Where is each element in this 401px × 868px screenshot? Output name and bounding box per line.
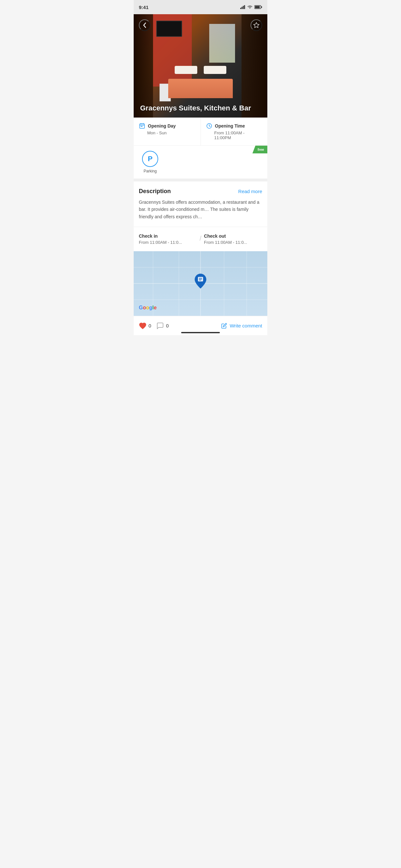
opening-time-header: Opening Time <box>206 123 263 129</box>
checkout-label: Check out <box>204 234 262 239</box>
opening-day-value: Mon - Sun <box>139 130 195 135</box>
back-button[interactable] <box>139 20 150 31</box>
parking-icon: P <box>142 151 158 167</box>
comment-icon <box>156 322 164 330</box>
battery-icon <box>254 5 262 9</box>
map-section[interactable]: Google <box>134 251 267 316</box>
opening-time-cell: Opening Time From 11:00AM - 11:00PM <box>201 118 268 145</box>
calendar-icon <box>139 123 145 129</box>
status-icons <box>240 5 262 9</box>
description-header: Description Read more <box>139 188 262 195</box>
svg-rect-13 <box>142 126 143 127</box>
star-icon <box>253 22 259 28</box>
room-bed <box>168 72 233 98</box>
bottom-bar: 0 0 Write comment <box>134 316 267 335</box>
svg-rect-7 <box>255 6 260 8</box>
bottom-actions-left: 0 0 <box>139 322 221 330</box>
svg-rect-3 <box>244 5 245 9</box>
svg-rect-1 <box>242 7 243 9</box>
description-body: Gracennys Suites offers accommodation, a… <box>139 198 262 220</box>
checkout-value: From 11:00AM - 11:0... <box>204 240 262 245</box>
opening-day-label: Opening Day <box>148 123 176 128</box>
svg-rect-2 <box>243 6 244 9</box>
checkout-col: Check out From 11:00AM - 11:0... <box>204 234 262 245</box>
info-section: Opening Day Mon - Sun Opening Time From … <box>134 118 267 179</box>
section-divider-1 <box>134 179 267 182</box>
opening-time-value: From 11:00AM - 11:00PM <box>206 130 263 140</box>
opening-row: Opening Day Mon - Sun Opening Time From … <box>134 118 267 146</box>
google-letter-g2: g <box>149 305 152 310</box>
status-time: 9:41 <box>139 4 149 10</box>
free-badge: free <box>252 146 267 153</box>
signal-icon <box>240 5 245 9</box>
clock-icon <box>206 123 212 129</box>
google-logo: Google <box>139 305 157 311</box>
write-comment-button[interactable]: Write comment <box>221 323 262 329</box>
read-more-button[interactable]: Read more <box>238 189 262 194</box>
opening-day-header: Opening Day <box>139 123 195 129</box>
checkin-value: From 11:00AM - 11:0... <box>139 240 197 245</box>
checkin-divider: / <box>199 235 202 242</box>
room-window <box>209 24 235 63</box>
like-count: 0 <box>149 323 151 329</box>
back-icon <box>143 22 146 28</box>
hero-image: Gracennys Suites, Kitchen & Bar <box>134 14 267 118</box>
checkin-label: Check in <box>139 234 197 239</box>
parking-label: Parking <box>144 169 157 174</box>
checkin-col: Check in From 11:00AM - 11:0... <box>139 234 197 245</box>
home-indicator <box>181 332 220 333</box>
checkin-section: Check in From 11:00AM - 11:0... / Check … <box>134 227 267 251</box>
map-pin <box>194 273 207 290</box>
comment-count: 0 <box>166 323 168 329</box>
room-tv <box>156 21 182 37</box>
write-comment-label: Write comment <box>229 323 262 329</box>
svg-rect-12 <box>141 126 142 127</box>
svg-line-16 <box>209 126 210 127</box>
wifi-icon <box>247 5 252 9</box>
parking-amenity: P Parking <box>139 151 161 174</box>
status-bar: 9:41 <box>134 0 267 14</box>
pencil-icon <box>221 323 227 329</box>
like-action[interactable]: 0 <box>139 322 151 330</box>
description-title: Description <box>139 188 171 195</box>
favorite-button[interactable] <box>251 20 262 31</box>
heart-icon <box>139 322 147 330</box>
svg-point-4 <box>250 8 250 8</box>
map-pin-icon <box>194 273 207 289</box>
description-section: Description Read more Gracennys Suites o… <box>134 182 267 227</box>
hero-title: Gracennys Suites, Kitchen & Bar <box>140 104 261 113</box>
svg-rect-0 <box>240 8 241 9</box>
google-letter-o2: o <box>146 305 149 310</box>
google-letter-o1: o <box>143 305 146 310</box>
opening-day-cell: Opening Day Mon - Sun <box>134 118 201 145</box>
comment-action[interactable]: 0 <box>156 322 168 330</box>
google-letter-g: G <box>139 305 143 310</box>
google-letter-e: e <box>154 305 157 310</box>
amenities-section: free P Parking <box>134 146 267 179</box>
opening-time-label: Opening Time <box>215 123 245 128</box>
svg-rect-6 <box>261 6 262 8</box>
